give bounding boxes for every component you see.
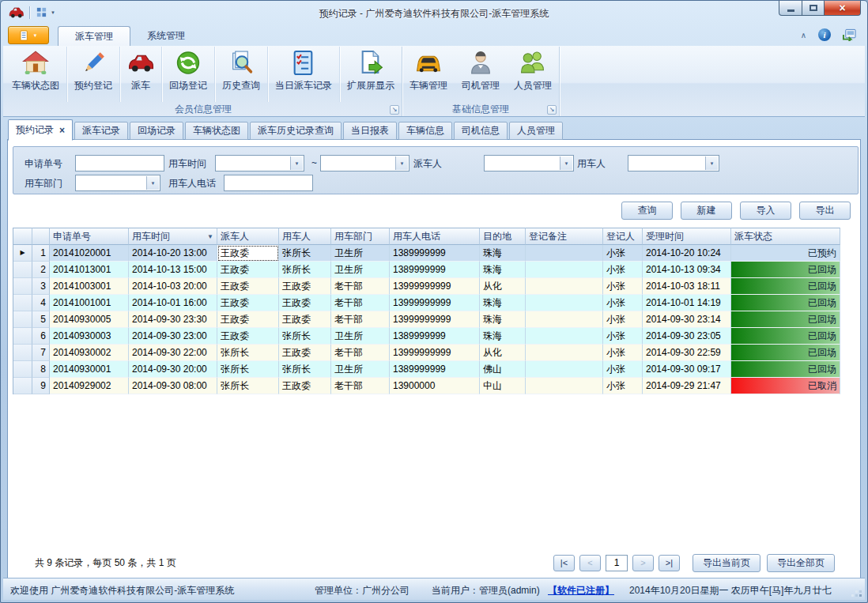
table-cell[interactable]: 卫生所 — [331, 328, 390, 345]
table-cell[interactable]: 20140930005 — [50, 311, 129, 328]
table-cell[interactable]: 张所长 — [279, 245, 331, 262]
vehicle-status-button[interactable]: 车辆状态图 — [5, 47, 66, 102]
dialog-launcher-icon[interactable]: ↘ — [390, 105, 399, 115]
chevron-down-icon[interactable]: ▼ — [395, 156, 408, 170]
table-cell[interactable]: 从化 — [480, 345, 526, 361]
table-cell[interactable]: 20141003001 — [50, 278, 129, 295]
today-dispatch-records-button[interactable]: 当日派车记录 — [267, 47, 339, 102]
table-cell[interactable]: 卫生所 — [331, 245, 390, 262]
table-cell[interactable]: 张所长 — [279, 328, 331, 345]
table-cell[interactable] — [526, 278, 603, 295]
application-no-input[interactable] — [75, 155, 164, 171]
table-cell[interactable]: 20141013001 — [50, 262, 129, 278]
extended-screen-button[interactable]: 扩展屏显示 — [339, 47, 402, 102]
table-cell[interactable]: 王政委 — [217, 262, 279, 278]
column-header-4[interactable]: 用车部门 — [331, 228, 390, 245]
table-cell[interactable]: 13900000 — [390, 378, 480, 394]
maximize-button[interactable] — [802, 1, 825, 16]
close-tab-icon[interactable]: × — [59, 126, 65, 135]
return-register-button[interactable]: 回场登记 — [161, 47, 214, 102]
table-cell[interactable]: 老干部 — [331, 295, 390, 311]
table-cell[interactable]: 小张 — [603, 361, 643, 378]
table-cell[interactable]: 张所长 — [217, 378, 279, 394]
personnel-manage-button[interactable]: 人员管理 — [507, 47, 559, 102]
table-cell[interactable]: 王政委 — [279, 378, 331, 394]
export-current-page-button[interactable]: 导出当前页 — [693, 554, 760, 572]
table-cell[interactable]: 1389999999 — [390, 361, 480, 378]
table-cell[interactable]: 2014-09-30 20:00 — [129, 361, 217, 378]
pager-last-button[interactable]: >| — [659, 555, 680, 571]
driver-manage-button[interactable]: 司机管理 — [455, 47, 507, 102]
table-cell[interactable]: 老干部 — [331, 278, 390, 295]
table-cell[interactable] — [526, 345, 603, 361]
table-row[interactable]: 5201409300052014-09-30 23:30王政委王政委老干部139… — [13, 311, 840, 328]
table-cell[interactable]: 20140929002 — [50, 378, 129, 394]
table-cell[interactable]: 王政委 — [279, 278, 331, 295]
department-combo[interactable]: ▼ — [75, 175, 160, 191]
table-cell[interactable]: 2014-09-30 23:05 — [643, 328, 731, 345]
app-menu-button[interactable]: ▼ — [8, 26, 49, 44]
table-cell[interactable]: 13999999999 — [390, 295, 480, 311]
table-cell[interactable]: 2014-09-30 22:00 — [129, 345, 217, 361]
tab-daily-report[interactable]: 当日报表 — [343, 122, 397, 140]
dispatch-button[interactable]: 派车 — [119, 47, 161, 102]
table-cell[interactable]: 小张 — [603, 245, 643, 262]
table-cell[interactable]: 20140930003 — [50, 328, 129, 345]
table-cell[interactable]: 20140930002 — [50, 345, 129, 361]
table-cell[interactable] — [526, 361, 603, 378]
import-button[interactable]: 导入 — [740, 202, 791, 220]
table-cell[interactable]: 张所长 — [217, 345, 279, 361]
table-cell[interactable]: 王政委 — [217, 311, 279, 328]
table-cell[interactable]: 2014-10-01 14:19 — [643, 295, 731, 311]
column-header-5[interactable]: 用车人电话 — [390, 228, 480, 245]
column-header-0[interactable]: 申请单号 — [50, 228, 129, 245]
table-cell[interactable] — [526, 245, 603, 262]
table-row[interactable]: ▶1201410200012014-10-20 13:00王政委张所长卫生所13… — [13, 245, 840, 262]
table-cell[interactable]: 2014-10-20 10:24 — [643, 245, 731, 262]
table-cell[interactable]: 2014-09-30 23:14 — [643, 311, 731, 328]
table-cell[interactable] — [526, 311, 603, 328]
table-row[interactable]: 4201410010012014-10-01 16:00王政委王政委老干部139… — [13, 295, 840, 311]
column-header-3[interactable]: 用车人 — [279, 228, 331, 245]
table-cell[interactable]: 王政委 — [279, 345, 331, 361]
pager-next-button[interactable]: > — [632, 555, 654, 571]
table-cell[interactable]: 2014-09-29 21:47 — [643, 378, 731, 394]
tab-dispatch-records[interactable]: 派车记录 — [74, 122, 128, 140]
table-cell[interactable]: 20140930001 — [50, 361, 129, 378]
table-cell[interactable]: 小张 — [603, 262, 643, 278]
table-cell[interactable]: 小张 — [603, 328, 643, 345]
table-cell[interactable]: 王政委 — [217, 278, 279, 295]
table-cell[interactable]: 从化 — [480, 278, 526, 295]
chevron-down-icon[interactable]: ▼ — [146, 176, 159, 190]
column-header-1[interactable]: 用车时间▼ — [129, 228, 217, 245]
table-cell[interactable]: 13999999999 — [390, 278, 480, 295]
table-cell[interactable]: 王政委 — [217, 295, 279, 311]
table-cell[interactable]: 2014-09-30 23:00 — [129, 328, 217, 345]
table-cell[interactable] — [526, 328, 603, 345]
collapse-ribbon-icon[interactable]: ∧ — [801, 31, 806, 40]
table-cell[interactable]: 珠海 — [480, 311, 526, 328]
reservation-register-button[interactable]: 预约登记 — [66, 47, 119, 102]
tab-vehicle-info[interactable]: 车辆信息 — [398, 122, 452, 140]
table-cell[interactable]: 王政委 — [217, 245, 279, 262]
table-cell[interactable] — [526, 262, 603, 278]
info-icon[interactable]: i — [818, 28, 831, 41]
table-cell[interactable]: 张所长 — [279, 361, 331, 378]
table-row[interactable]: 7201409300022014-09-30 22:00张所长王政委老干部139… — [13, 345, 840, 361]
table-cell[interactable]: 20141020001 — [50, 245, 129, 262]
table-cell[interactable]: 2014-09-30 08:00 — [129, 378, 217, 394]
tab-dispatch-history-query[interactable]: 派车历史记录查询 — [250, 122, 342, 140]
table-cell[interactable]: 2014-10-13 09:34 — [643, 262, 731, 278]
table-cell[interactable]: 小张 — [603, 278, 643, 295]
table-cell[interactable]: 小张 — [603, 378, 643, 394]
table-cell[interactable]: 小张 — [603, 311, 643, 328]
history-query-button[interactable]: 历史查询 — [214, 47, 267, 102]
table-cell[interactable]: 13999999999 — [390, 311, 480, 328]
table-cell[interactable]: 小张 — [603, 295, 643, 311]
table-cell[interactable]: 张所长 — [279, 262, 331, 278]
ribbon-tab-1[interactable]: 系统管理 — [130, 26, 202, 46]
table-cell[interactable]: 王政委 — [279, 295, 331, 311]
column-header-2[interactable]: 派车人 — [217, 228, 279, 245]
table-cell[interactable]: 2014-09-30 09:17 — [643, 361, 731, 378]
vehicle-manage-button[interactable]: 车辆管理 — [402, 47, 455, 102]
